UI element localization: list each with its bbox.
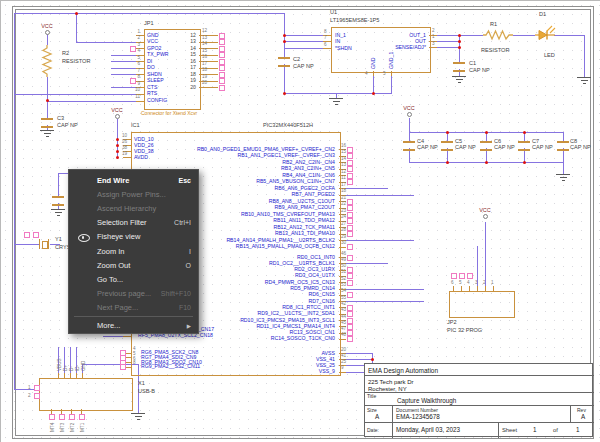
pin-number: 16 [190,58,196,64]
menu-item-label: Go To... [97,275,123,284]
title-label: Title [367,393,376,399]
pin-number: 17 [202,61,207,66]
wire[interactable] [373,76,374,93]
wire[interactable] [346,359,372,360]
menu-item-go-to[interactable]: Go To... [69,272,198,286]
pin-name: RB5_AN5_VBUSON_C1IN+_CN7 [256,178,335,184]
menu-item-previous-page[interactable]: Previous page...Shift+F10 [69,287,198,301]
wire[interactable] [284,93,392,94]
pin-name: RD7_CN16 [308,298,335,304]
capacitor-symbol[interactable] [41,118,53,128]
wire[interactable] [284,41,323,42]
value-label: USB-B [138,388,155,394]
wire[interactable] [14,13,15,389]
capacitor-symbol[interactable] [453,62,465,72]
wire[interactable] [437,41,459,42]
crystal-symbol[interactable] [39,239,40,249]
wire[interactable] [284,35,323,36]
ground-symbol [40,130,54,138]
sheet-total: 1 [576,426,580,433]
sheet-of-label: of [553,427,558,433]
wire[interactable] [409,118,410,132]
resistor-symbol[interactable] [483,30,513,40]
pin-number: 3 [475,280,478,285]
wire[interactable] [103,336,123,337]
crystal-symbol[interactable] [42,241,48,249]
wire[interactable] [563,132,564,141]
wire[interactable] [459,35,483,36]
pin-number: 6 [451,280,454,285]
menu-item-zoom-in[interactable]: Zoom InI [69,244,198,258]
wire[interactable] [409,132,410,141]
menu-item-end-wire[interactable]: End WireEsc [69,173,198,187]
pin-name: MT4 [50,423,55,432]
wire[interactable] [14,94,136,95]
resistor-symbol[interactable] [42,45,52,77]
wire[interactable] [284,48,323,49]
capacitor-symbol[interactable] [52,196,64,206]
wire[interactable] [485,222,486,286]
wire[interactable] [284,13,285,49]
wire[interactable] [284,64,285,93]
led-symbol[interactable] [535,27,555,44]
capacitor-symbol[interactable] [278,57,290,67]
no-connect-marker [69,414,75,420]
menu-item-more[interactable]: More...▶ [69,319,198,333]
capacitor-symbol[interactable] [441,141,453,151]
wire[interactable] [554,35,584,36]
pin-number: 18 [202,67,207,72]
wire[interactable] [346,263,388,264]
capacitor-symbol[interactable] [557,141,569,151]
wire[interactable] [47,77,48,119]
wire[interactable] [346,353,372,354]
capacitor-symbol[interactable] [480,141,492,151]
wire[interactable] [437,35,459,36]
pin-number: 55 [341,295,346,300]
ground-symbol [329,98,343,106]
wire[interactable] [437,47,459,48]
pin-number: 14 [341,156,346,161]
wire[interactable] [513,35,535,36]
context-menu: End WireEsc Assign Power Pins... Ascend … [68,169,199,334]
wire[interactable] [584,35,585,77]
capacitor-symbol[interactable] [518,141,530,151]
pin-number: 46 [341,251,346,256]
wire[interactable] [47,101,136,102]
wire[interactable] [346,195,414,196]
no-connect-marker [347,244,353,250]
component-body-x1[interactable] [39,378,133,411]
wire[interactable] [563,162,564,174]
no-connect-marker [219,33,225,39]
wire[interactable] [47,34,48,45]
pin-number: 2 [432,28,435,33]
wire[interactable] [14,13,285,14]
no-connect-marker [59,414,65,420]
pin-number: 3 [432,41,435,46]
capacitor-symbol[interactable] [403,141,415,151]
no-connect-marker [219,78,225,84]
value-label: CAP NP [57,122,78,128]
wire[interactable] [346,188,388,189]
pin-stub [123,336,131,337]
pin-name: D+ [63,365,68,371]
wire[interactable] [58,173,59,197]
pin-number: 48 [341,332,346,337]
wire[interactable] [391,76,392,93]
wire[interactable] [346,240,414,241]
component-body-jp2[interactable] [449,291,515,318]
wire[interactable] [14,244,39,245]
schematic-canvas[interactable]: VCC R2 RESISTOR C3 CAP NP JP1 GND1VCC2GP… [0,0,600,442]
menu-item-zoom-out[interactable]: Zoom OutO [69,258,198,272]
menu-item-assign-power-pins[interactable]: Assign Power Pins... [69,187,198,201]
wire[interactable] [76,13,77,42]
pin-number: 18 [190,71,196,77]
menu-item-next-page[interactable]: Next Page...F10 [69,301,198,315]
pin-number: 19 [114,151,127,156]
wire[interactable] [346,301,424,302]
value-label: PIC32MX440F512H [263,122,313,128]
menu-item-selection-filter[interactable]: Selection FilterCtrl+I [69,216,198,230]
wire[interactable] [346,289,424,290]
menu-item-ascend-hierarchy[interactable]: Ascend Hierarchy [69,201,198,215]
menu-item-fisheye-view[interactable]: Fisheye view [69,230,198,244]
value-label: RESISTOR [62,58,91,64]
